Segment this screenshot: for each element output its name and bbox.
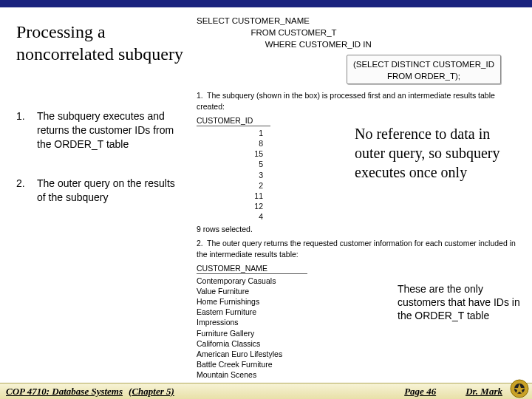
customer-id-value: 11 [197, 191, 263, 201]
column-header-customer-name: CUSTOMER_NAME [197, 264, 307, 274]
footer-course: COP 4710: Database Systems [0, 386, 123, 398]
left-column: Processing a noncorrelated subquery 1. T… [0, 7, 192, 383]
customer-id-value: 4 [197, 211, 263, 222]
customer-id-value: 8 [197, 138, 263, 149]
step-text: The subquery executes and returns the cu… [37, 109, 183, 151]
rows-selected-1: 9 rows selected. [197, 225, 523, 233]
customer-name-value: California Classics [197, 338, 523, 349]
sql-box-line-2: FROM ORDER_T); [353, 70, 494, 82]
slide-title: Processing a noncorrelated subquery [16, 21, 183, 65]
customer-name-value: Mountain Scenes [197, 369, 523, 380]
customer-id-value: 15 [197, 149, 263, 159]
description-2: 2.The outer query returns the requested … [197, 238, 523, 259]
desc-text: The outer query returns the requested cu… [197, 239, 516, 258]
customer-id-list: 181553211124 [197, 128, 263, 222]
right-column: SELECT CUSTOMER_NAME FROM CUSTOMER_T WHE… [192, 7, 532, 383]
customer-name-value: Furniture Gallery [197, 328, 523, 338]
sql-block: SELECT CUSTOMER_NAME FROM CUSTOMER_T WHE… [197, 15, 523, 84]
step-list: 1. The subquery executes and returns the… [16, 109, 183, 204]
slide-body: Processing a noncorrelated subquery 1. T… [0, 7, 532, 383]
footer-page: Page 46 [404, 386, 466, 398]
customer-id-value: 1 [197, 128, 263, 138]
sql-line-1: SELECT CUSTOMER_NAME [197, 15, 523, 27]
sql-line-2: FROM CUSTOMER_T [197, 27, 523, 38]
footer: COP 4710: Database Systems (Chapter 5) P… [0, 383, 532, 399]
annotation-no-reference: No reference to data in outer query, so … [355, 124, 517, 182]
description-1: 1.The subquery (shown in the box) is pro… [197, 90, 523, 111]
customer-id-value: 3 [197, 170, 263, 180]
column-header-customer-id: CUSTOMER_ID [197, 116, 270, 126]
sql-box-line-1: (SELECT DISTINCT CUSTOMER_ID [353, 58, 494, 70]
ucf-logo-icon [510, 379, 529, 398]
customer-name-value: Battle Creek Furniture [197, 359, 523, 369]
step-item-2: 2. The outer query on the results of the… [16, 177, 183, 205]
desc-num: 1. [197, 90, 207, 100]
customer-name-value: American Euro Lifestyles [197, 349, 523, 359]
step-text: The outer query on the results of the su… [37, 177, 183, 205]
customer-id-value: 5 [197, 159, 263, 169]
step-number: 2. [16, 177, 37, 205]
customer-id-value: 2 [197, 180, 263, 191]
customer-id-value: 12 [197, 201, 263, 211]
sql-subquery-box: (SELECT DISTINCT CUSTOMER_ID FROM ORDER_… [347, 55, 501, 84]
annotation-only-customers: These are the only customers that have I… [398, 282, 523, 323]
top-accent-bar [0, 0, 532, 7]
footer-chapter: (Chapter 5) [123, 386, 174, 398]
sql-line-3: WHERE CUSTOMER_ID IN [197, 38, 523, 50]
desc-num: 2. [197, 238, 207, 248]
step-item-1: 1. The subquery executes and returns the… [16, 109, 183, 151]
desc-text: The subquery (shown in the box) is proce… [197, 91, 495, 110]
step-number: 1. [16, 109, 37, 151]
